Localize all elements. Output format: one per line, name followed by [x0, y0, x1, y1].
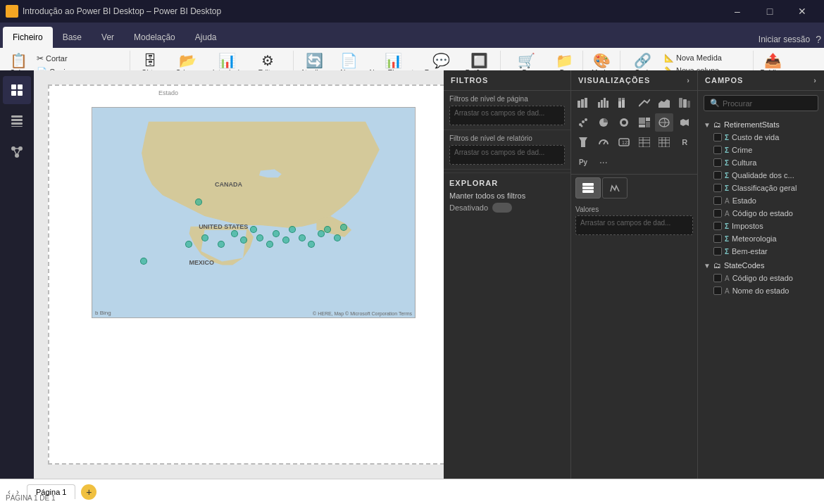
viz-format-btn[interactable]	[602, 177, 628, 199]
field-label: Código do estado	[732, 209, 793, 218]
svg-rect-51	[639, 137, 650, 147]
svg-rect-43	[646, 122, 650, 127]
canada-label: CANADA	[215, 181, 242, 188]
field-label: Impostos	[732, 222, 763, 230]
viz-funnel[interactable]	[574, 133, 592, 151]
add-page-button[interactable]: +	[81, 484, 96, 500]
novo-elemento-icon: 📊	[385, 53, 402, 68]
explorar-label: Manter todos os filtros	[449, 191, 525, 200]
viz-pie[interactable]	[594, 113, 613, 132]
field-bem-estar[interactable]: Σ Bem-estar	[698, 245, 824, 258]
report-filter-drop[interactable]: Arrastar os campos de dad...	[449, 145, 565, 165]
map-dot	[256, 234, 263, 241]
svg-rect-20	[581, 99, 584, 108]
viz-card[interactable]: 123	[615, 133, 633, 151]
page-filter-drop[interactable]: Arrastar os campos de dad...	[449, 106, 565, 125]
viz-ribbon[interactable]	[675, 94, 694, 112]
viz-matrix[interactable]	[655, 133, 673, 151]
maximize-button[interactable]: □	[754, 0, 786, 23]
viz-area[interactable]	[655, 94, 673, 112]
table-icon: 🗂	[713, 120, 721, 129]
report-view-button[interactable]	[3, 76, 31, 104]
svg-rect-27	[618, 101, 621, 108]
tab-ver[interactable]: Ver	[92, 27, 124, 48]
map-dot	[201, 234, 208, 241]
help-icon[interactable]: ?	[816, 34, 821, 45]
explorar-section: EXPLORAR Manter todos os filtros Desativ…	[444, 172, 570, 218]
svg-rect-23	[601, 100, 603, 108]
field-checkbox	[713, 196, 722, 205]
svg-rect-9	[11, 119, 23, 121]
map-dot	[185, 241, 192, 248]
svg-rect-32	[683, 99, 687, 108]
viz-more[interactable]: ···	[594, 153, 613, 171]
session-button[interactable]: Iniciar sessão	[759, 34, 810, 44]
field-classificacao[interactable]: Σ Classificação geral	[698, 182, 824, 194]
viz-gauge[interactable]	[594, 133, 613, 151]
map-dot	[308, 241, 315, 248]
pergunta-icon: 💬	[432, 53, 450, 68]
viz-clustered-bar[interactable]	[594, 94, 613, 112]
field-nome-estado[interactable]: A Nome do estado	[698, 284, 824, 297]
viz-panel: VISUALIZAÇÕES ›	[570, 70, 697, 479]
page-info: PÁGINA 1 DE 1	[6, 493, 56, 503]
svg-line-48	[604, 141, 606, 144]
viz-treemap[interactable]	[635, 113, 654, 132]
viz-filled-map[interactable]	[675, 113, 694, 132]
map-visual[interactable]: CANADA UNITED STATES MEXICO	[92, 107, 416, 318]
model-view-button[interactable]	[3, 138, 31, 166]
tab-base[interactable]: Base	[53, 27, 92, 48]
explorar-value: Desativado	[449, 203, 488, 212]
viz-stacked-bar[interactable]	[574, 94, 592, 112]
field-estado[interactable]: A Estado	[698, 194, 824, 207]
tab-ajuda[interactable]: Ajuda	[185, 27, 227, 48]
filters-header: FILTROS	[444, 70, 570, 91]
state-codes-header[interactable]: ▼ 🗂 StateCodes	[698, 259, 824, 272]
field-qualidade[interactable]: Σ Qualidade dos c...	[698, 169, 824, 182]
tab-modelacao[interactable]: Modelação	[124, 27, 185, 48]
viz-map[interactable]	[655, 113, 673, 132]
minimize-button[interactable]: –	[721, 0, 754, 23]
fields-search[interactable]: 🔍 Procurar	[704, 95, 818, 111]
atualizar-icon: 🔄	[306, 53, 323, 68]
viz-donut[interactable]	[615, 113, 633, 132]
map-dot	[318, 230, 325, 237]
svg-rect-5	[18, 84, 23, 89]
fields-expand-icon[interactable]: ›	[813, 76, 817, 84]
map-background: CANADA UNITED STATES MEXICO	[92, 108, 415, 317]
field-checkbox	[713, 234, 722, 243]
field-impostos[interactable]: Σ Impostos	[698, 220, 824, 232]
field-cultura[interactable]: Σ Cultura	[698, 156, 824, 169]
field-codigo-sc[interactable]: A Código do estado	[698, 272, 824, 284]
app-icon	[6, 5, 18, 18]
field-crime[interactable]: Σ Crime	[698, 144, 824, 156]
field-checkbox	[713, 133, 722, 141]
viz-expand-icon[interactable]: ›	[687, 76, 690, 84]
close-button[interactable]: ✕	[786, 0, 818, 23]
field-custo-vida[interactable]: Σ Custo de vida	[698, 131, 824, 144]
window-controls: – □ ✕	[721, 0, 818, 23]
field-codigo-estado[interactable]: A Código do estado	[698, 207, 824, 220]
svg-rect-42	[646, 118, 650, 121]
field-meteorologia[interactable]: Σ Meteorologia	[698, 232, 824, 245]
data-view-button[interactable]	[3, 107, 31, 135]
svg-rect-1	[13, 6, 17, 11]
field-checkbox	[713, 146, 722, 154]
tab-ficheiro[interactable]: Ficheiro	[3, 27, 53, 48]
fields-panel: CAMPOS › 🔍 Procurar ▼ 🗂 RetirementStats …	[697, 70, 824, 479]
ficheiro-icon: 📁	[556, 53, 573, 68]
cortar-button[interactable]: ✂ Cortar	[34, 52, 125, 65]
retirement-stats-header[interactable]: ▼ 🗂 RetirementStats	[698, 118, 824, 131]
nova-medida-button[interactable]: 📐 Nova Medida	[661, 52, 749, 64]
explorar-toggle[interactable]	[492, 203, 512, 213]
viz-r-script[interactable]: R	[675, 133, 694, 151]
viz-fields-btn[interactable]	[575, 177, 601, 199]
viz-100-bar[interactable]	[615, 94, 633, 112]
viz-scatter[interactable]	[574, 113, 592, 132]
mexico-label: MEXICO	[189, 259, 214, 266]
viz-table[interactable]	[635, 133, 654, 151]
text-icon: A	[725, 287, 730, 295]
viz-py-script[interactable]: Py	[574, 153, 592, 171]
valores-drop-zone[interactable]: Arrastar os campos de dad...	[575, 215, 693, 235]
viz-line[interactable]	[635, 94, 654, 112]
